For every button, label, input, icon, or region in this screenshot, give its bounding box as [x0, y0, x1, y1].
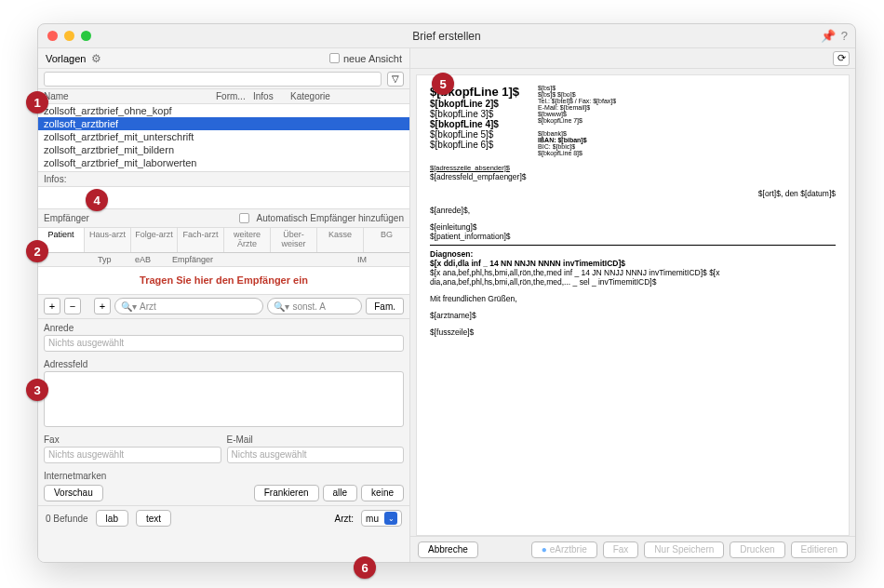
internetmarken-label: Internetmarken	[44, 471, 106, 481]
anrede-input[interactable]: Nichts ausgewählt	[44, 335, 404, 352]
lab-button[interactable]: lab	[96, 510, 128, 527]
maximize-icon[interactable]	[81, 31, 91, 41]
template-row[interactable]: zollsoft_arztbrief_mit_bildern	[38, 143, 409, 156]
keine-button[interactable]: keine	[361, 485, 404, 501]
template-search-input[interactable]	[44, 72, 382, 87]
arzt-select[interactable]: mu ⌄	[361, 510, 402, 527]
help-icon[interactable]: ?	[841, 29, 848, 43]
email-input[interactable]: Nichts ausgewählt	[227, 447, 405, 463]
editieren-button[interactable]: Editieren	[791, 541, 848, 558]
empfaenger-tabs: Patient Haus-arzt Folge-arzt Fach-arzt w…	[38, 228, 409, 253]
infos-label: Infos:	[38, 172, 409, 187]
traffic-lights	[47, 31, 91, 41]
auto-empfaenger-checkbox[interactable]	[239, 213, 249, 223]
vorschau-button[interactable]: Vorschau	[44, 485, 103, 501]
tab-kasse[interactable]: Kasse	[317, 228, 364, 252]
tab-folgearzt[interactable]: Folge-arzt	[131, 228, 178, 252]
vorlagen-label: Vorlagen	[46, 53, 86, 64]
nur-speichern-button[interactable]: Nur Speichern	[644, 541, 724, 558]
alle-button[interactable]: alle	[323, 485, 358, 501]
window-title: Brief erstellen	[38, 30, 855, 43]
annotation-badge: 3	[26, 379, 48, 401]
tab-facharzt[interactable]: Fach-arzt	[178, 228, 224, 252]
right-pane: ⟳ $[bkopfLine 1]$ $[bkopfLine 2]$ $[bkop…	[410, 48, 855, 562]
template-row[interactable]: zollsoft_arztbrief_mit_unterschrift	[38, 130, 409, 143]
fax-button[interactable]: Fax	[603, 541, 639, 558]
drucken-button[interactable]: Drucken	[730, 541, 784, 558]
email-label: E-Mail	[227, 434, 405, 445]
add-button[interactable]: +	[44, 298, 60, 314]
anrede-label: Anrede	[44, 323, 404, 333]
titlebar: Brief erstellen 📌 ?	[38, 24, 855, 48]
annotation-badge: 2	[26, 240, 48, 262]
left-pane: Vorlagen ⚙ neue Ansicht ▽ Name Form... I…	[38, 48, 410, 562]
annotation-badge: 6	[354, 556, 376, 579]
neue-ansicht-checkbox[interactable]: neue Ansicht	[329, 53, 402, 64]
remove-button[interactable]: −	[64, 298, 81, 314]
add2-button[interactable]: +	[94, 298, 111, 314]
search-sonst-input[interactable]: 🔍▾sonst. A	[267, 298, 362, 314]
adressfeld-label: Adressfeld	[44, 359, 404, 369]
adressfeld-input[interactable]	[44, 371, 404, 427]
befunde-count: 0 Befunde	[46, 514, 88, 524]
abbrechen-button[interactable]: Abbreche	[418, 541, 478, 558]
annotation-badge: 1	[26, 91, 48, 114]
tab-hausarzt[interactable]: Haus-arzt	[85, 228, 131, 252]
template-row[interactable]: zollsoft_arztbrief	[38, 117, 409, 130]
text-button[interactable]: text	[136, 510, 171, 527]
fam-button[interactable]: Fam.	[366, 298, 404, 314]
fax-label: Fax	[44, 434, 221, 445]
preview-document: $[bkopfLine 1]$ $[bkopfLine 2]$ $[bkopfL…	[416, 74, 850, 536]
filter-icon[interactable]: ▽	[387, 72, 404, 87]
pin-icon[interactable]: 📌	[821, 29, 836, 43]
frankieren-button[interactable]: Frankieren	[254, 485, 319, 501]
template-list[interactable]: zollsoft_arztbrief_ohne_kopf zollsoft_ar…	[38, 103, 409, 172]
search-arzt-input[interactable]: 🔍▾Arzt	[114, 298, 263, 314]
fax-input[interactable]: Nichts ausgewählt	[44, 447, 221, 463]
reload-icon[interactable]: ⟳	[833, 51, 850, 66]
bottom-right-bar: Abbreche ● eArztbrie Fax Nur Speichern D…	[410, 536, 855, 562]
annotation-badge: 5	[432, 73, 454, 95]
arzt-label: Arzt:	[335, 514, 355, 524]
bottom-left-bar: 0 Befunde lab text Arzt: mu ⌄	[38, 505, 409, 531]
window: Brief erstellen 📌 ? Vorlagen ⚙ neue Ansi…	[37, 23, 856, 563]
template-columns: Name Form... Infos Kategorie	[38, 89, 409, 103]
empfaenger-subcolumns: Typ eAB Empfänger IM	[38, 253, 409, 267]
template-row[interactable]: zollsoft_arztbrief_ohne_kopf	[38, 104, 409, 117]
tab-weitere[interactable]: weitere Ärzte	[224, 228, 271, 252]
chevron-down-icon: ⌄	[384, 512, 397, 525]
earztbrief-button[interactable]: ● eArztbrie	[531, 541, 597, 558]
empfaenger-placeholder: Tragen Sie hier den Empfänger ein	[38, 267, 409, 295]
tab-ueberweiser[interactable]: Über-weiser	[271, 228, 317, 252]
gear-icon[interactable]: ⚙	[91, 52, 101, 65]
tab-bg[interactable]: BG	[364, 228, 409, 252]
empfaenger-label: Empfänger	[44, 213, 89, 223]
annotation-badge: 4	[86, 189, 108, 211]
template-row[interactable]: zollsoft_arztbrief_mit_laborwerten	[38, 156, 409, 169]
close-icon[interactable]	[47, 31, 58, 41]
minimize-icon[interactable]	[64, 31, 74, 41]
